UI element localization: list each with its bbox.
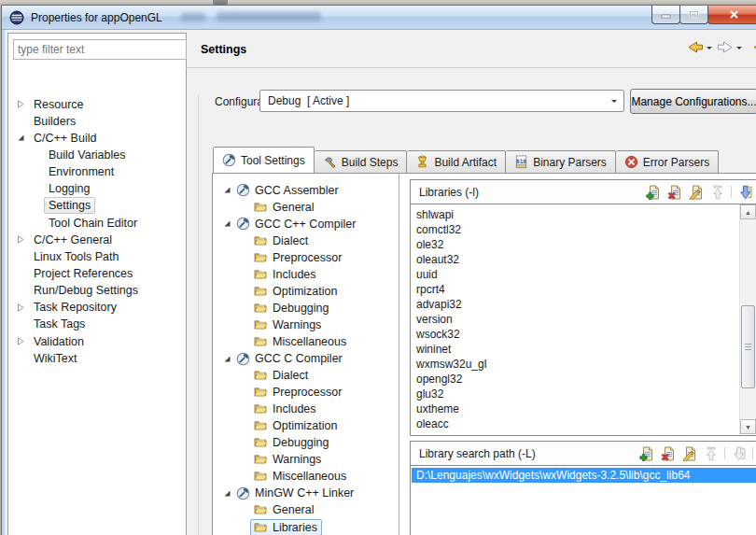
libraries-scrollbar[interactable]: ▲ ▼ xyxy=(739,204,756,434)
clipped-toolbar-icon[interactable] xyxy=(752,40,756,57)
sidebar-item-task-tags[interactable]: Task Tags xyxy=(8,317,186,332)
tool-tree-item-gcc-c-compiler[interactable]: GCC C++ Compiler xyxy=(213,216,399,232)
search-path-item[interactable]: D:\Lenguajes\wxWidgets\wxWidgets-3.2.5\l… xyxy=(412,468,756,483)
libraries-list[interactable]: shlwapicomctl32ole32oleaut32uuidrpcrt4ad… xyxy=(412,204,739,434)
library-item[interactable]: wininet xyxy=(412,342,739,357)
tool-tree-item-warnings[interactable]: Warnings xyxy=(213,317,399,332)
expand-arrow-icon[interactable] xyxy=(17,100,25,108)
tool-tree-item-mingw-c-linker[interactable]: MinGW C++ Linker xyxy=(213,486,399,501)
tool-tree-item-general[interactable]: General xyxy=(213,502,399,518)
expand-arrow-icon[interactable] xyxy=(17,303,25,312)
library-item[interactable]: oleaut32 xyxy=(412,252,739,267)
add-icon[interactable] xyxy=(638,445,654,461)
configuration-combo[interactable]: Debug [ Active ] xyxy=(259,90,624,112)
add-icon[interactable] xyxy=(645,184,661,200)
expand-arrow-icon[interactable] xyxy=(17,235,25,244)
collapse-arrow-icon[interactable] xyxy=(17,134,25,142)
tab-tool-settings[interactable]: Tool Settings xyxy=(213,147,315,174)
dialog-titlebar[interactable]: Properties for appOpenGL xyxy=(2,6,756,30)
tool-tree-item-preprocessor[interactable]: Preprocessor xyxy=(213,385,399,401)
expand-arrow-icon[interactable] xyxy=(17,337,25,345)
edit-icon[interactable] xyxy=(688,184,704,200)
tab-build-steps[interactable]: Build Steps xyxy=(315,150,408,174)
sidebar-item-settings[interactable]: Settings xyxy=(8,198,186,214)
tool-tree-item-dialect[interactable]: Dialect xyxy=(213,232,399,248)
library-item[interactable]: opengl32 xyxy=(412,372,739,387)
library-item[interactable]: uxtheme xyxy=(412,401,739,416)
tool-tree-item-miscellaneous[interactable]: Miscellaneous xyxy=(213,469,399,485)
tab-binary-parsers[interactable]: 010Binary Parsers xyxy=(506,150,616,174)
library-search-path-list[interactable]: D:\Lenguajes\wxWidgets\wxWidgets-3.2.5\l… xyxy=(412,466,756,535)
manage-configurations-button[interactable]: Manage Configurations... xyxy=(630,89,756,114)
maximize-button[interactable] xyxy=(679,6,708,24)
library-item[interactable]: uuid xyxy=(412,267,739,282)
minimize-button[interactable] xyxy=(651,6,680,24)
tab-error-parsers[interactable]: Error Parsers xyxy=(616,150,719,174)
sidebar-item-project-references[interactable]: Project References xyxy=(8,266,186,282)
tool-tree-item-optimization[interactable]: Optimization xyxy=(213,283,399,299)
filter-input[interactable] xyxy=(13,39,187,60)
library-item[interactable]: wsock32 xyxy=(412,327,739,342)
close-button[interactable] xyxy=(707,6,756,24)
sidebar-item-logging[interactable]: Logging xyxy=(8,181,186,197)
move-down-icon[interactable] xyxy=(737,184,753,200)
collapse-arrow-icon[interactable] xyxy=(223,489,231,498)
tool-tree-item-preprocessor[interactable]: Preprocessor xyxy=(213,249,399,265)
collapse-arrow-icon[interactable] xyxy=(223,219,231,228)
tool-tree-item-debugging[interactable]: Debugging xyxy=(213,300,399,316)
forward-menu-caret[interactable] xyxy=(736,47,742,52)
tool-tree-item-debugging[interactable]: Debugging xyxy=(213,435,399,451)
scroll-down-button[interactable]: ▼ xyxy=(740,419,756,434)
tool-tree-item-general[interactable]: General xyxy=(213,199,399,215)
folder-icon xyxy=(253,335,268,348)
sidebar-item-validation[interactable]: Validation xyxy=(8,333,186,349)
tool-tree-item-gcc-c-compiler[interactable]: GCC C Compiler xyxy=(213,351,399,367)
tool-tree-item-gcc-assembler[interactable]: GCC Assembler xyxy=(213,182,399,198)
delete-icon[interactable] xyxy=(660,445,676,461)
scroll-up-button[interactable]: ▲ xyxy=(740,204,756,219)
delete-icon[interactable] xyxy=(666,184,682,200)
tool-tree-item-optimization[interactable]: Optimization xyxy=(213,418,399,434)
library-item[interactable]: oleacc xyxy=(412,416,739,431)
sidebar-item-wikitext[interactable]: WikiText xyxy=(8,350,186,366)
library-item[interactable]: glu32 xyxy=(412,387,739,401)
sidebar-item-build-variables[interactable]: Build Variables xyxy=(8,147,186,162)
library-item[interactable]: version xyxy=(412,312,739,327)
sidebar-item-run-debug-settings[interactable]: Run/Debug Settings xyxy=(8,283,186,299)
sidebar-item-c-c-build[interactable]: C/C++ Build xyxy=(8,130,186,146)
sidebar-item-linux-tools-path[interactable]: Linux Tools Path xyxy=(8,248,186,264)
library-item[interactable]: wxmsw32u_gl xyxy=(412,357,739,372)
collapse-arrow-icon[interactable] xyxy=(223,186,231,194)
library-item[interactable]: rpcrt4 xyxy=(412,282,739,297)
library-item[interactable]: advapi32 xyxy=(412,297,739,312)
folder-icon xyxy=(253,234,268,247)
binary-parsers-icon: 010 xyxy=(514,155,528,169)
tool-tree-item-includes[interactable]: Includes xyxy=(213,401,399,417)
sidebar-item-task-repository[interactable]: Task Repository xyxy=(8,300,186,316)
tool-tree-item-dialect[interactable]: Dialect xyxy=(213,368,399,384)
library-item[interactable]: ole32 xyxy=(412,237,739,252)
forward-button[interactable] xyxy=(717,40,734,57)
sidebar-item-resource[interactable]: Resource xyxy=(8,96,186,112)
tool-tree-item-includes[interactable]: Includes xyxy=(213,266,399,282)
build-artifact-icon xyxy=(415,155,429,169)
tool-tree-item-miscellaneous[interactable]: Miscellaneous xyxy=(213,333,399,349)
toolbar-divider xyxy=(752,447,753,459)
edit-icon[interactable] xyxy=(681,445,697,461)
scroll-thumb[interactable] xyxy=(741,305,755,388)
back-menu-caret[interactable] xyxy=(707,47,712,52)
sidebar-item-builders[interactable]: Builders xyxy=(8,113,186,129)
tab-build-artifact[interactable]: Build Artifact xyxy=(407,150,506,174)
tool-settings-icon xyxy=(222,153,236,167)
libraries-panel: Libraries (-l) shlwapicomctl32ole32oleau… xyxy=(410,179,756,436)
collapse-arrow-icon[interactable] xyxy=(223,355,231,363)
sidebar-item-tool-chain-editor[interactable]: Tool Chain Editor xyxy=(8,215,186,231)
sidebar-item-environment[interactable]: Environment xyxy=(8,164,186,180)
library-item[interactable]: comctl32 xyxy=(412,222,739,237)
sidebar-item-c-c-general[interactable]: C/C++ General xyxy=(8,232,186,247)
library-item[interactable]: shlwapi xyxy=(412,207,739,222)
tool-tree-item-warnings[interactable]: Warnings xyxy=(213,452,399,468)
tool-tree-item-libraries[interactable]: Libraries xyxy=(213,519,399,535)
combo-caret-icon xyxy=(611,100,617,106)
back-button[interactable] xyxy=(687,40,704,57)
